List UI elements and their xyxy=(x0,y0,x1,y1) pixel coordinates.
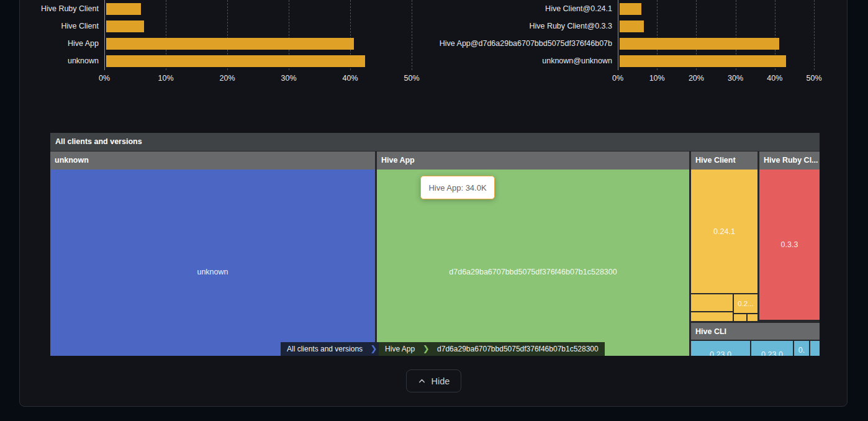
x-axis-tick-label: 0% xyxy=(599,74,636,83)
treemap-breadcrumb: All clients and versions ❯ Hive App ❯ d7… xyxy=(281,342,605,356)
bar-category-label: Hive App@d7d6a29ba6707bbd5075df376f46b07… xyxy=(433,38,612,50)
treemap-cell-hive-ruby-client-0-3-3[interactable]: 0.3.3 xyxy=(759,170,820,320)
bar-category-label: Hive Client@0.24.1 xyxy=(433,3,612,15)
bar-category-label: unknown@unknown xyxy=(433,55,612,67)
bar-category-label: Hive App xyxy=(0,38,99,50)
x-axis-tick-label: 20% xyxy=(677,74,715,83)
bar[interactable] xyxy=(620,38,779,50)
treemap-section-header-unknown[interactable]: unknown xyxy=(50,152,375,170)
bar[interactable] xyxy=(106,3,141,15)
x-axis-tick-label: 0% xyxy=(86,74,123,83)
gridline xyxy=(814,0,815,70)
bar-category-label: unknown xyxy=(0,55,99,67)
x-axis-tick-label: 30% xyxy=(717,74,754,83)
breadcrumb-item-hive-app[interactable]: Hive App xyxy=(379,342,421,356)
bar-category-label: Hive Ruby Client xyxy=(0,3,99,15)
treemap-cell-hive-cli-2[interactable]: 0.23.0 xyxy=(751,341,793,356)
x-axis-tick-label: 20% xyxy=(209,74,246,83)
x-axis-tick-label: 50% xyxy=(393,74,430,83)
x-axis-tick-label: 10% xyxy=(147,74,184,83)
x-axis-tick-label: 10% xyxy=(638,74,676,83)
bar[interactable] xyxy=(106,38,354,50)
bar[interactable] xyxy=(620,55,786,67)
bar-category-label: Hive Client xyxy=(0,20,99,32)
treemap-section-header-hive-app[interactable]: Hive App xyxy=(377,152,689,170)
treemap-root-header[interactable]: All clients and versions xyxy=(50,133,820,151)
x-axis-tick-label: 30% xyxy=(270,74,307,83)
bar[interactable] xyxy=(620,20,644,32)
treemap-cell-hive-cli-3[interactable]: 0. xyxy=(794,341,809,356)
breadcrumb-item-version-hash[interactable]: d7d6a29ba6707bbd5075df376f46b07b1c528300 xyxy=(431,342,605,356)
treemap-section-header-hive-cli[interactable]: Hive CLI xyxy=(691,323,820,340)
treemap-cell-hive-client-minor-5[interactable] xyxy=(748,314,757,321)
bar[interactable] xyxy=(106,55,365,67)
x-axis-tick-label: 40% xyxy=(332,74,369,83)
treemap-tooltip: Hive App: 34.0K xyxy=(420,176,495,199)
chevron-right-icon: ❯ xyxy=(421,342,431,356)
bar[interactable] xyxy=(620,3,641,15)
treemap-cell-hive-client-minor-4[interactable] xyxy=(734,314,746,321)
client-version-share-bar-chart: 0%10%20%30%40%50%Hive Client@0.24.1Hive … xyxy=(433,0,868,87)
treemap-cell-hive-client-0-24-1[interactable]: 0.24.1 xyxy=(691,170,757,293)
x-axis-tick-label: 40% xyxy=(756,74,793,83)
treemap-section-header-hive-ruby-client[interactable]: Hive Ruby Cl... xyxy=(759,152,820,170)
clients-versions-treemap: All clients and versions unknown Hive Ap… xyxy=(50,133,820,356)
gridline xyxy=(412,0,412,70)
treemap-cell-unknown[interactable]: unknown xyxy=(50,170,375,356)
y-axis-line xyxy=(104,0,105,70)
treemap-cell-hive-client-minor-3[interactable] xyxy=(691,312,733,321)
bar[interactable] xyxy=(106,20,144,32)
hide-button[interactable]: Hide xyxy=(406,369,461,392)
treemap-section-header-hive-client[interactable]: Hive Client xyxy=(691,152,757,170)
treemap-cell-hive-client-minor-1[interactable] xyxy=(691,294,733,311)
client-share-bar-chart: 0%10%20%30%40%50%Hive Ruby ClientHive Cl… xyxy=(0,0,433,87)
treemap-cell-hive-cli-4[interactable] xyxy=(810,341,820,356)
treemap-cell-hive-cli-1[interactable]: 0.23.0 xyxy=(691,341,750,356)
bar-category-label: Hive Ruby Client@0.3.3 xyxy=(433,20,612,32)
chevron-right-icon: ❯ xyxy=(369,342,379,356)
x-axis-tick-label: 50% xyxy=(795,74,833,83)
chevron-up-icon xyxy=(418,377,426,385)
hide-button-label: Hide xyxy=(432,376,450,386)
treemap-cell-hive-client-minor-2[interactable]: 0.2... xyxy=(734,294,757,313)
app-root: 0%10%20%30%40%50%Hive Ruby ClientHive Cl… xyxy=(0,0,868,421)
y-axis-line xyxy=(618,0,618,70)
breadcrumb-item-root[interactable]: All clients and versions xyxy=(281,342,369,356)
